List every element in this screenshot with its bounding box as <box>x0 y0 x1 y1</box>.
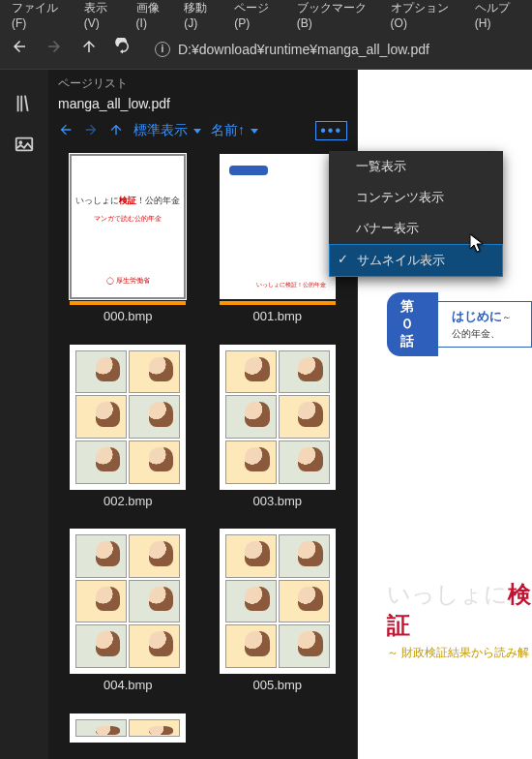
context-menu: 一覧表示 コンテンツ表示 バナー表示 ✓ サムネイル表示 <box>329 151 503 277</box>
menu-bookmark[interactable]: ブックマーク(B) <box>289 0 381 34</box>
mouse-cursor <box>470 234 484 257</box>
chapter-number: 第０話 <box>387 292 438 356</box>
menu-item-content-view[interactable]: コンテンツ表示 <box>329 182 503 213</box>
thumbnail-grid[interactable]: いっしょに検証！公的年金 マンガで読む公的年金 ◯ 厚生労働省 000.bmp … <box>48 148 357 759</box>
thumbnail[interactable] <box>70 529 186 674</box>
menu-page[interactable]: ページ(P) <box>226 0 287 34</box>
address-bar[interactable]: i D:¥download¥runtime¥manga_all_low.pdf <box>155 42 522 57</box>
thumbnail[interactable] <box>220 345 336 490</box>
cover-prefix: いっしょに <box>75 196 119 205</box>
thumbnail[interactable] <box>70 713 186 743</box>
panel-forward[interactable] <box>83 122 99 140</box>
cover-sub: マンガで読む公的年金 <box>72 214 184 224</box>
menu-item-label: サムネイル表示 <box>357 253 445 267</box>
sort-mode-label: 名前↑ <box>211 122 245 139</box>
page-title: いっしょに検証 <box>387 579 532 641</box>
chapter-pill: 第０話 はじめに～公的年金、 <box>387 292 532 356</box>
check-icon: ✓ <box>338 252 348 266</box>
chevron-down-icon <box>251 129 258 134</box>
panel-header: ページリスト <box>48 70 357 94</box>
panel-up[interactable] <box>108 122 124 140</box>
chapter-title: はじめに～公的年金、 <box>438 301 532 348</box>
thumbnail[interactable]: いっしょに検証！公的年金 <box>220 154 336 299</box>
menu-options[interactable]: オプション(O) <box>383 0 465 34</box>
thumb-label: 000.bmp <box>103 309 153 323</box>
progress-bar <box>70 301 186 305</box>
menu-help[interactable]: ヘルプ(H) <box>467 0 528 34</box>
thumb-label: 001.bmp <box>252 309 302 323</box>
thumbnail[interactable]: いっしょに検証！公的年金 マンガで読む公的年金 ◯ 厚生労働省 <box>70 154 186 299</box>
menu-item-list-view[interactable]: 一覧表示 <box>329 151 503 182</box>
menu-file[interactable]: ファイル(F) <box>4 0 74 34</box>
thumbnail[interactable] <box>220 529 336 674</box>
back-button[interactable] <box>10 38 29 60</box>
thumb-label: 005.bmp <box>252 678 302 692</box>
cover-suffix: ！公的年金 <box>136 196 180 205</box>
more-menu-button[interactable]: ••• <box>315 121 347 140</box>
pagelist-panel: ページリスト manga_all_low.pdf 標準表示 名前↑ ••• <box>48 70 358 759</box>
panel-toolbar: 標準表示 名前↑ ••• <box>48 117 357 148</box>
url-text: D:¥download¥runtime¥manga_all_low.pdf <box>178 42 429 57</box>
sidebar-rail <box>0 70 48 759</box>
cover-mini: いっしょに検証！公的年金 <box>256 281 326 289</box>
menu-image[interactable]: 画像(I) <box>129 0 175 34</box>
thumb-item[interactable]: 003.bmp <box>210 345 346 520</box>
display-mode-label: 標準表示 <box>133 122 188 139</box>
thumb-label: 004.bmp <box>103 678 153 692</box>
cover-logo: ◯ 厚生労働省 <box>72 276 184 286</box>
info-icon[interactable]: i <box>155 42 170 57</box>
cover-highlight: 検証 <box>119 196 136 205</box>
thumb-item[interactable]: いっしょに検証！公的年金 マンガで読む公的年金 ◯ 厚生労働省 000.bmp <box>60 154 196 335</box>
forward-button[interactable] <box>44 38 64 60</box>
thumb-item[interactable]: 002.bmp <box>60 345 196 520</box>
pagelist-icon[interactable] <box>14 134 35 155</box>
thumb-item[interactable]: いっしょに検証！公的年金 001.bmp <box>210 154 346 335</box>
up-button[interactable] <box>79 38 99 60</box>
thumb-label: 003.bmp <box>252 494 302 508</box>
thumb-item[interactable]: 004.bmp <box>60 529 196 704</box>
panel-back[interactable] <box>58 122 74 140</box>
display-mode-dropdown[interactable]: 標準表示 <box>133 122 201 139</box>
svg-point-1 <box>19 140 23 144</box>
progress-bar <box>220 301 336 305</box>
thumb-label: 002.bmp <box>103 494 153 508</box>
menu-move[interactable]: 移動(J) <box>176 0 224 34</box>
toolbar: i D:¥download¥runtime¥manga_all_low.pdf <box>0 29 532 70</box>
reload-button[interactable] <box>114 38 132 60</box>
menu-view[interactable]: 表示(V) <box>76 0 127 34</box>
panel-doc-title: manga_all_low.pdf <box>48 94 357 117</box>
page-subtitle: ～ 財政検証結果から読み解 <box>387 645 532 661</box>
sort-mode-dropdown[interactable]: 名前↑ <box>211 122 258 139</box>
menubar: ファイル(F) 表示(V) 画像(I) 移動(J) ページ(P) ブックマーク(… <box>0 0 532 29</box>
chevron-down-icon <box>193 129 201 134</box>
thumbnail[interactable] <box>70 345 186 490</box>
bookshelf-icon[interactable] <box>14 93 35 114</box>
thumb-item[interactable] <box>60 713 196 754</box>
thumb-item[interactable]: 005.bmp <box>210 529 346 704</box>
